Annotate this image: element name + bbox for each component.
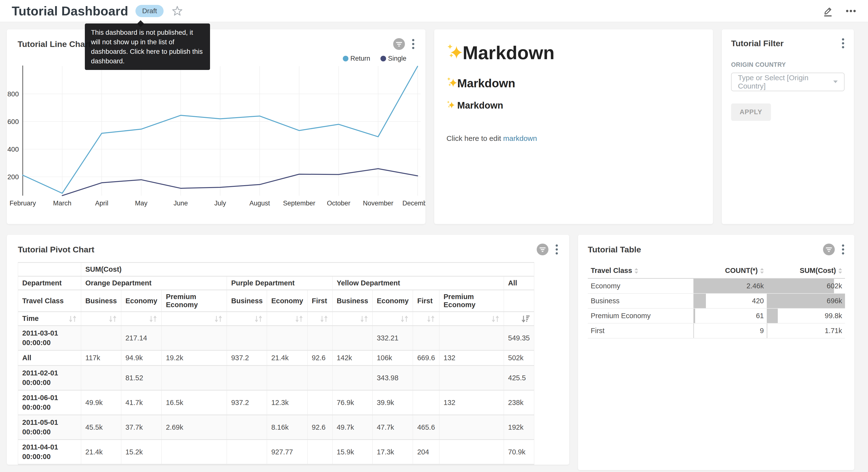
pivot-cell: 92.6 <box>307 350 332 365</box>
pivot-sort-header[interactable] <box>81 312 121 326</box>
applied-filter-indicator-icon[interactable] <box>393 38 405 50</box>
legend-label: Single <box>388 55 406 62</box>
pivot-cell <box>162 440 227 465</box>
pivot-col-group: All <box>504 276 534 290</box>
pivot-cell <box>267 326 308 350</box>
origin-country-select[interactable]: Type or Select [Origin Country] <box>731 72 844 91</box>
sort-icon[interactable] <box>295 315 303 323</box>
sort-icon[interactable] <box>400 315 409 323</box>
pivot-cell: 937.2 <box>227 390 267 415</box>
pivot-row: All117k94.9k19.2k937.221.4k92.6142k106k6… <box>18 350 534 365</box>
pivot-col-group: Orange Department <box>81 276 227 290</box>
chart-kebab-menu-icon[interactable] <box>412 38 415 50</box>
sort-icon[interactable] <box>149 315 157 323</box>
pivot-row: 2011-05-01 00:00:0045.5k37.7k2.69k8.16k9… <box>18 415 534 440</box>
tutorial-table: Travel Class COUNT(*) SUM(Cost) Economy … <box>588 263 845 338</box>
sort-icon[interactable] <box>427 315 435 323</box>
table-header-sum[interactable]: SUM(Cost) <box>767 263 845 278</box>
origin-country-label: ORIGIN COUNTRY <box>731 61 844 68</box>
pivot-cell: 81.52 <box>121 365 162 390</box>
sum-cell: 696k <box>767 293 845 308</box>
count-cell: 61 <box>693 308 767 323</box>
pivot-sort-header-active[interactable] <box>504 312 534 326</box>
pivot-cell: 49.9k <box>81 390 121 415</box>
markdown-edit-link[interactable]: markdown <box>503 134 537 142</box>
pivot-cell: 192k <box>504 415 534 440</box>
pivot-cell: 17.3k <box>372 440 413 465</box>
apply-button[interactable]: APPLY <box>731 104 771 121</box>
more-options-icon[interactable] <box>845 9 856 13</box>
legend-item-return[interactable]: Return <box>343 55 370 62</box>
pivot-cell <box>332 326 372 350</box>
table-header-travel-class[interactable]: Travel Class <box>588 263 693 278</box>
pivot-sort-header[interactable] <box>372 312 413 326</box>
pivot-col-header: Premium Economy <box>162 290 227 312</box>
pivot-cell: 49.7k <box>332 415 372 440</box>
sort-icon[interactable] <box>68 315 77 323</box>
pivot-row-header: 2011-06-01 00:00:00 <box>18 390 81 415</box>
sparkles-icon <box>446 100 455 111</box>
sort-icon[interactable] <box>360 315 368 323</box>
table-header-count[interactable]: COUNT(*) <box>693 263 767 278</box>
sum-cell: 1.71k <box>767 323 845 338</box>
markdown-h3: Markdown <box>446 100 701 111</box>
pivot-cell: 132 <box>439 390 504 415</box>
svg-text:October: October <box>327 200 350 207</box>
svg-text:600: 600 <box>7 118 19 125</box>
table-row: First 9 1.71k <box>588 323 845 338</box>
sort-descending-icon[interactable] <box>521 315 530 323</box>
applied-filter-indicator-icon[interactable] <box>823 243 835 255</box>
sort-icon[interactable] <box>320 315 328 323</box>
pivot-sort-header[interactable] <box>332 312 372 326</box>
pivot-sort-header[interactable] <box>162 312 227 326</box>
chart-kebab-menu-icon[interactable] <box>555 244 558 255</box>
sort-icon[interactable] <box>108 315 117 323</box>
pivot-row-header: 2011-05-01 00:00:00 <box>18 415 81 440</box>
pivot-cell <box>162 365 227 390</box>
pivot-cell: 39.9k <box>372 390 413 415</box>
pivot-cell <box>307 365 332 390</box>
pivot-cell: 76.9k <box>332 390 372 415</box>
sort-icon[interactable] <box>214 315 222 323</box>
pivot-time-header[interactable]: Time <box>18 312 81 326</box>
edit-pencil-icon[interactable] <box>823 5 833 17</box>
pivot-cell: 19.2k <box>162 350 227 365</box>
chart-kebab-menu-icon[interactable] <box>842 244 844 255</box>
pivot-cell <box>227 326 267 350</box>
pivot-row: 2011-06-01 00:00:0049.9k41.7k16.5k937.21… <box>18 390 534 415</box>
sum-cell: 602k <box>767 278 845 294</box>
markdown-card[interactable]: Markdown Markdown <box>434 29 713 224</box>
legend-dot <box>343 56 348 61</box>
pivot-sort-header[interactable] <box>227 312 267 326</box>
legend-item-single[interactable]: Single <box>380 55 406 62</box>
sort-caret-icon <box>634 268 638 274</box>
legend-dot <box>380 56 386 61</box>
pivot-sort-header[interactable] <box>439 312 504 326</box>
pivot-cell: 549.35 <box>504 326 534 350</box>
applied-filter-indicator-icon[interactable] <box>537 243 549 255</box>
sort-icon[interactable] <box>491 315 499 323</box>
dashboard-row-2: Tutorial Pivot Chart <box>7 235 861 470</box>
line-chart-canvas[interactable]: 200400600800FebruaryMarchAprilMayJuneJul… <box>7 64 426 224</box>
pivot-cell: 92.6 <box>307 415 332 440</box>
pivot-cell <box>413 365 439 390</box>
sort-caret-icon <box>760 268 764 274</box>
pivot-sort-header[interactable] <box>307 312 332 326</box>
filter-kebab-menu-icon[interactable] <box>842 38 844 49</box>
sort-icon[interactable] <box>254 315 262 323</box>
travel-class-cell: First <box>588 323 693 338</box>
pivot-cell: 425.5 <box>504 365 534 390</box>
pivot-sort-header[interactable] <box>413 312 439 326</box>
pivot-sort-header[interactable] <box>121 312 162 326</box>
pivot-row-header: 2011-02-01 00:00:00 <box>18 365 81 390</box>
dashboard-grid: Tutorial Line Chart <box>0 22 868 470</box>
pivot-sort-header[interactable] <box>267 312 308 326</box>
draft-badge[interactable]: Draft <box>135 5 163 17</box>
chevron-down-icon <box>833 81 838 83</box>
pivot-cell <box>413 390 439 415</box>
pivot-col-header: Business <box>332 290 372 312</box>
pivot-col-header <box>504 290 534 312</box>
pivot-cell: 343.98 <box>372 365 413 390</box>
svg-text:November: November <box>363 200 394 207</box>
favorite-star-icon[interactable] <box>172 6 183 16</box>
